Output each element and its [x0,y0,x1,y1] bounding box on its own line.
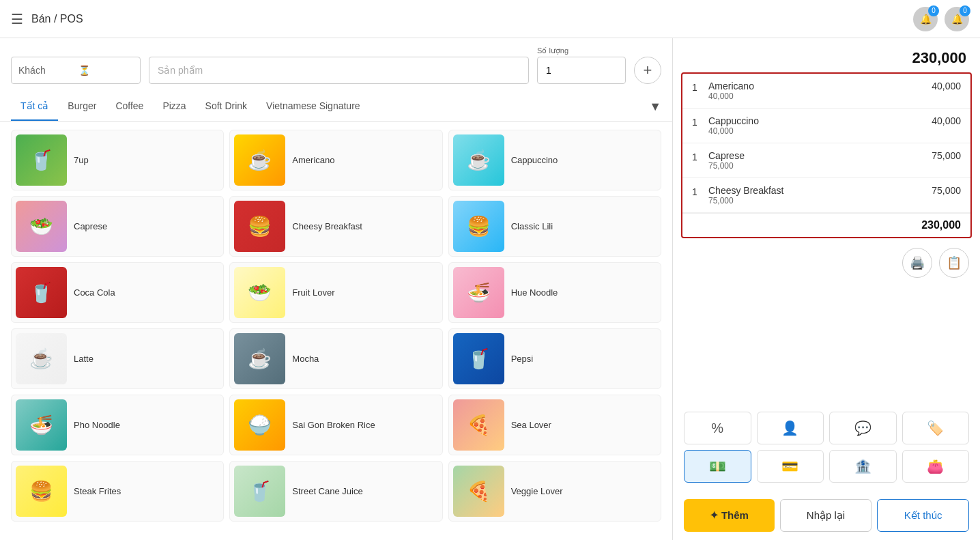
product-item-cocacola[interactable]: 🥤Coca Cola [11,262,224,323]
order-item-price-sub: 40,000 [708,126,913,136]
product-thumb-cappuccino: ☕ [453,134,504,186]
product-item-pepsi[interactable]: 🥤Pepsi [448,328,661,389]
nhaplai-button[interactable]: Nhập lại [780,499,872,532]
order-item-row[interactable]: 1 Cappuccino 40,000 40,000 [682,109,970,143]
product-name-fruit: Fruit Lover [292,287,334,298]
order-item-info: Cappuccino 40,000 [708,115,913,136]
category-tab-all[interactable]: Tất cả [11,92,58,121]
card-button[interactable]: 💳 [757,450,824,483]
tag-button[interactable]: 🏷️ [902,412,970,444]
header: ☰ Bán / POS 🔔 0 🔔 0 [0,0,980,38]
order-items-list: 1 Americano 40,000 40,000 1 Cappuccino 4… [681,72,972,238]
bottom-buttons: ✦ Thêm Nhập lại Kết thúc [673,494,980,540]
qty-input[interactable] [537,57,626,84]
product-item-caprese[interactable]: 🥗Caprese [11,196,224,257]
order-item-name: Americano [708,81,913,91]
order-item-price: 40,000 [913,115,961,126]
category-tab-pizza[interactable]: Pizza [153,92,195,121]
order-item-qty: 1 [692,186,708,197]
product-item-classic[interactable]: 🍔Classic Lili [448,196,661,257]
cash-button[interactable]: 💵 [684,450,751,483]
product-item-mocha[interactable]: ☕Mocha [229,328,442,389]
customer-label: Khách [18,65,73,76]
product-name-pho: Pho Noodle [74,420,120,430]
header-icons: 🔔 0 🔔 0 [913,7,969,31]
product-item-pho[interactable]: 🍜Pho Noodle [11,395,224,455]
product-thumb-fruit: 🥗 [234,267,285,318]
qty-group: Số lượng [537,46,626,84]
order-item-qty: 1 [692,117,708,128]
product-item-7up[interactable]: 🥤7up [11,130,224,190]
product-item-cheesy[interactable]: 🍔Cheesy Breakfast [229,196,442,257]
product-item-latte[interactable]: ☕Latte [11,328,224,389]
product-name-saigon: Sai Gon Broken Rice [292,420,375,430]
discount-button[interactable]: % [684,412,751,444]
page-title: Bán / POS [31,13,905,25]
product-item-street[interactable]: 🥤Street Cane Juice [229,461,442,522]
product-item-veggie[interactable]: 🍕Veggie Lover [448,461,661,522]
payment-row-2: 💵 💳 🏦 👛 [684,450,969,483]
product-thumb-mocha: ☕ [234,333,285,384]
product-thumb-pho: 🍜 [16,399,67,451]
category-tab-coffee[interactable]: Coffee [106,92,153,121]
receipt-button[interactable]: 📋 [939,248,969,278]
add-button[interactable]: + [634,57,661,84]
product-thumb-pepsi: 🥤 [453,333,504,384]
ketthuc-button[interactable]: Kết thúc [877,499,969,532]
product-thumb-veggie: 🍕 [453,466,504,517]
them-button[interactable]: ✦ Thêm [684,499,775,532]
order-total-amount: 230,000 [912,49,966,66]
order-grand-total-row: 230,000 [682,213,970,237]
print-button[interactable]: 🖨️ [902,248,932,278]
order-item-info: Cheesy Breakfast 75,000 [708,185,913,205]
order-item-row[interactable]: 1 Americano 40,000 40,000 [682,74,970,109]
order-grand-total: 230,000 [921,219,961,231]
order-item-name: Cappuccino [708,115,913,126]
bank-button[interactable]: 🏦 [829,450,897,483]
person-button[interactable]: 👤 [757,412,824,444]
product-name-street: Street Cane Juice [292,486,362,496]
category-tab-burger[interactable]: Burger [58,92,106,121]
order-item-price-sub: 40,000 [708,91,913,101]
product-item-cappuccino[interactable]: ☕Cappuccino [448,130,661,190]
menu-icon[interactable]: ☰ [11,11,23,27]
product-name-veggie: Veggie Lover [511,486,563,496]
product-item-steak[interactable]: 🍔Steak Frites [11,461,224,522]
product-item-saigon[interactable]: 🍚Sai Gon Broken Rice [229,395,442,455]
category-tab-vietnamese[interactable]: Vietnamese Signature [257,92,370,121]
product-thumb-cheesy: 🍔 [234,201,285,252]
category-tab-soft-drink[interactable]: Soft Drink [196,92,257,121]
qty-label: Số lượng [537,46,626,55]
action-icons-row: 🖨️ 📋 [673,238,980,281]
order-item-price: 40,000 [913,81,961,91]
product-item-americano[interactable]: ☕Americano [229,130,442,190]
wallet-button[interactable]: 👛 [902,450,970,483]
bell-badge: 0 [928,5,939,16]
product-thumb-sea: 🍕 [453,399,504,451]
product-search[interactable]: Sản phẩm [149,57,529,84]
payment-section: % 👤 💬 🏷️ 💵 💳 🏦 👛 [673,405,980,494]
product-name-latte: Latte [74,354,93,364]
product-item-fruit[interactable]: 🥗Fruit Lover [229,262,442,323]
category-tabs: Tất cảBurgerCoffeePizzaSoft DrinkVietnam… [11,92,649,121]
notif-badge: 0 [960,5,970,16]
bell-button[interactable]: 🔔 0 [913,7,938,31]
main-layout: Khách ⏳ Sản phẩm Số lượng + Tất cảBurger… [0,38,980,540]
product-name-cappuccino: Cappuccino [511,155,558,165]
product-item-sea[interactable]: 🍕Sea Lover [448,395,661,455]
customer-select[interactable]: Khách ⏳ [11,57,141,84]
categories-bar: Tất cảBurgerCoffeePizzaSoft DrinkVietnam… [0,92,672,122]
order-item-price: 75,000 [913,185,961,196]
product-name-cheesy: Cheesy Breakfast [292,221,362,231]
product-thumb-hue: 🍜 [453,267,504,318]
order-item-row[interactable]: 1 Caprese 75,000 75,000 [682,143,970,178]
order-item-price: 75,000 [913,150,961,161]
order-item-price-sub: 75,000 [708,196,913,205]
order-item-row[interactable]: 1 Cheesy Breakfast 75,000 75,000 [682,178,970,213]
notif-button[interactable]: 🔔 0 [945,7,969,31]
product-item-hue[interactable]: 🍜Hue Noodle [448,262,661,323]
category-dropdown-icon[interactable]: ▼ [649,100,661,114]
comment-button[interactable]: 💬 [829,412,897,444]
product-thumb-caprese: 🥗 [16,201,67,252]
payment-row-1: % 👤 💬 🏷️ [684,412,969,444]
